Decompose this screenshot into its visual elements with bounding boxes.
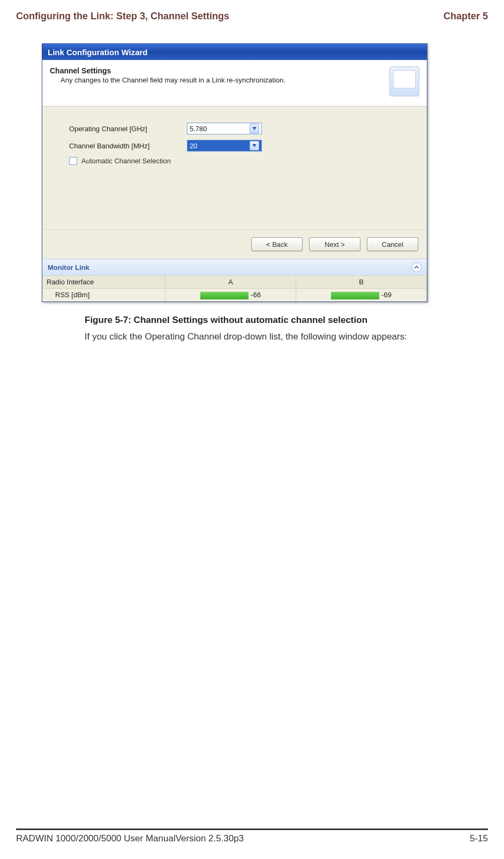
section-title: Channel Settings [50,66,285,75]
monitor-icon [389,66,419,96]
next-button[interactable]: Next > [309,237,360,251]
chevron-down-icon[interactable] [250,141,259,150]
wizard-title: Link Configuration Wizard [48,48,148,57]
rss-label: RSS [dBm] [42,289,166,302]
rss-a-value: -66 [251,291,261,299]
wizard-window: Link Configuration Wizard Channel Settin… [42,43,427,302]
radio-table: Radio Interface A B RSS [dBm] -66 -69 [42,275,427,302]
bandwidth-value: 20 [190,142,197,150]
header-right: Chapter 5 [443,11,488,22]
rss-a-bar [200,292,249,299]
bandwidth-select[interactable]: 20 [187,140,262,152]
rss-a-cell: -66 [166,289,296,302]
back-button[interactable]: < Back [251,237,303,251]
figure-caption: Figure 5-7: Channel Settings without aut… [85,315,488,326]
col-a-header: A [166,276,296,288]
form-area: Operating Channel [GHz] 5.780 Channel Ba… [42,107,427,229]
monitor-link-title: Monitor Link [48,263,89,272]
section-desc: Any changes to the Channel field may res… [61,76,285,84]
body-paragraph: If you click the Operating Channel drop-… [85,331,467,343]
bandwidth-label: Channel Bandwidth [MHz] [69,142,187,150]
col-b-header: B [296,276,427,288]
iface-label: Radio Interface [42,276,166,288]
wizard-buttons: < Back Next > Cancel [42,229,427,259]
wizard-titlebar: Link Configuration Wizard [42,44,427,60]
rss-b-value: -69 [381,291,392,299]
header-left: Configuring the Link: Step 3, Channel Se… [16,11,229,22]
wizard-header-panel: Channel Settings Any changes to the Chan… [42,60,427,107]
op-channel-select[interactable]: 5.780 [187,123,262,134]
rss-b-cell: -69 [296,289,427,302]
chevron-down-icon[interactable] [250,124,259,133]
op-channel-value: 5.780 [190,125,207,133]
monitor-link-bar[interactable]: Monitor Link [42,259,427,275]
acs-label: Automatic Channel Selection [81,157,171,165]
footer-left: RADWIN 1000/2000/5000 User ManualVersion… [16,833,244,844]
op-channel-label: Operating Channel [GHz] [69,125,187,133]
footer-right: 5-15 [470,833,488,844]
cancel-button[interactable]: Cancel [367,237,418,251]
rss-b-bar [331,292,379,299]
collapse-icon[interactable] [412,262,422,272]
acs-checkbox[interactable] [69,157,77,165]
